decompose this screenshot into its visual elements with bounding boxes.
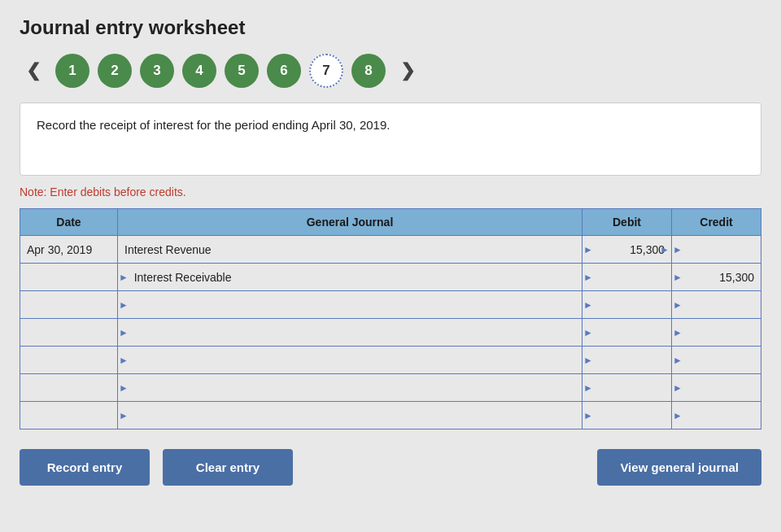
credit-cell-1[interactable]: ► (672, 236, 761, 264)
debit-cell-4[interactable]: ► (582, 319, 672, 347)
step-8[interactable]: 8 (351, 54, 386, 88)
view-general-journal-button[interactable]: View general journal (597, 449, 761, 486)
arrow-icon-d3: ► (583, 299, 593, 311)
table-row: ► ► ► (20, 347, 761, 374)
record-entry-button[interactable]: Record entry (20, 449, 150, 486)
table-row: ► ► ► (20, 374, 761, 402)
journal-cell-4[interactable]: ► (118, 319, 582, 347)
arrow-icon-j4: ► (119, 327, 129, 338)
date-cell-5 (20, 347, 118, 374)
date-cell-1: Apr 30, 2019 (20, 236, 118, 264)
credit-cell-3[interactable]: ► (672, 291, 761, 319)
credit-cell-5[interactable]: ► (672, 347, 761, 374)
prev-button[interactable]: ❮ (20, 57, 47, 85)
arrow-icon-j2: ► (119, 272, 129, 283)
table-row: Apr 30, 2019 Interest Revenue ► 15,300► … (20, 236, 761, 264)
arrow-icon-j3: ► (119, 299, 129, 311)
date-cell-4 (20, 319, 118, 347)
date-cell-2 (20, 264, 118, 291)
clear-entry-button[interactable]: Clear entry (163, 449, 293, 486)
note-text: Note: Enter debits before credits. (20, 185, 761, 198)
debit-cell-2[interactable]: ► (582, 264, 672, 291)
page-title: Journal entry worksheet (20, 16, 761, 39)
header-date: Date (20, 209, 118, 236)
step-6[interactable]: 6 (267, 54, 301, 88)
credit-cell-2[interactable]: ► 15,300 (672, 264, 761, 291)
step-5[interactable]: 5 (225, 54, 259, 88)
arrow-icon-d2: ► (583, 272, 593, 283)
journal-cell-3[interactable]: ► (118, 291, 582, 319)
journal-cell-2[interactable]: ► Interest Receivable (118, 264, 582, 291)
header-credit: Credit (672, 209, 761, 236)
date-cell-7 (20, 402, 118, 430)
arrow-icon-j7: ► (119, 410, 129, 421)
arrow-icon-c7: ► (673, 410, 683, 421)
arrow-icon-d4: ► (583, 327, 593, 338)
step-4[interactable]: 4 (182, 54, 216, 88)
arrow-icon-j5: ► (119, 355, 129, 366)
date-cell-6 (20, 374, 118, 402)
step-1[interactable]: 1 (55, 54, 89, 88)
credit-cell-6[interactable]: ► (672, 374, 761, 402)
credit-cell-7[interactable]: ► (672, 402, 761, 430)
arrow-icon-d7: ► (583, 410, 593, 421)
arrow-icon-c3: ► (673, 299, 683, 311)
debit-cell-3[interactable]: ► (582, 291, 672, 319)
next-button[interactable]: ❯ (394, 57, 421, 85)
journal-cell-5[interactable]: ► (118, 347, 582, 374)
step-2[interactable]: 2 (98, 54, 132, 88)
arrow-icon-d5: ► (583, 355, 593, 366)
table-row: ► ► ► (20, 402, 761, 430)
journal-cell-1[interactable]: Interest Revenue (118, 236, 582, 264)
arrow-icon-c1: ► (673, 244, 683, 255)
arrow-icon-j6: ► (119, 382, 129, 394)
step-3[interactable]: 3 (140, 54, 174, 88)
table-row: ► ► ► (20, 319, 761, 347)
button-row: Record entry Clear entry View general jo… (20, 449, 761, 486)
date-cell-3 (20, 291, 118, 319)
journal-cell-6[interactable]: ► (118, 374, 582, 402)
table-row: ► Interest Receivable ► ► 15,300 (20, 264, 761, 291)
arrow-icon-c6: ► (673, 382, 683, 394)
instruction-text: Record the receipt of interest for the p… (37, 118, 390, 132)
instruction-box: Record the receipt of interest for the p… (20, 102, 761, 176)
arrow-icon-c5: ► (673, 355, 683, 366)
journal-cell-7[interactable]: ► (118, 402, 582, 430)
arrow-icon-r1: ► (660, 244, 670, 255)
step-7-active[interactable]: 7 (309, 54, 343, 88)
table-row: ► ► ► (20, 291, 761, 319)
credit-cell-4[interactable]: ► (672, 319, 761, 347)
arrow-icon-c2: ► (673, 272, 683, 283)
debit-cell-7[interactable]: ► (582, 402, 672, 430)
arrow-icon-d6: ► (583, 382, 593, 394)
arrow-icon-c4: ► (673, 327, 683, 338)
header-journal: General Journal (118, 209, 582, 236)
debit-cell-5[interactable]: ► (582, 347, 672, 374)
debit-cell-6[interactable]: ► (582, 374, 672, 402)
journal-table: Date General Journal Debit Credit Apr 30… (20, 208, 761, 430)
arrow-icon-1: ► (583, 244, 593, 255)
step-navigation: ❮ 1 2 3 4 5 6 7 8 ❯ (20, 54, 761, 88)
header-debit: Debit (582, 209, 672, 236)
debit-cell-1[interactable]: ► 15,300► (582, 236, 672, 264)
